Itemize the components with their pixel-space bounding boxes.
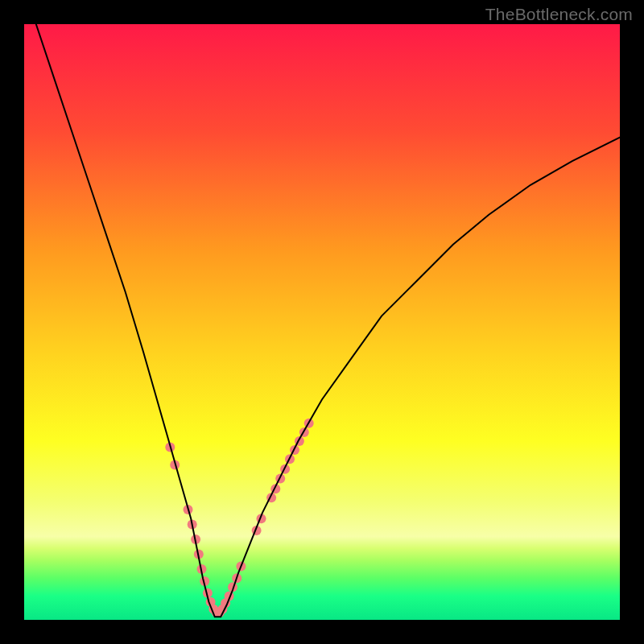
chart-frame: TheBottleneck.com: [0, 0, 644, 644]
marker-dots: [165, 419, 313, 617]
bottleneck-curve: [36, 24, 620, 617]
watermark-text: TheBottleneck.com: [485, 5, 633, 24]
plot-area: [24, 24, 620, 620]
curve-layer: [24, 24, 620, 620]
